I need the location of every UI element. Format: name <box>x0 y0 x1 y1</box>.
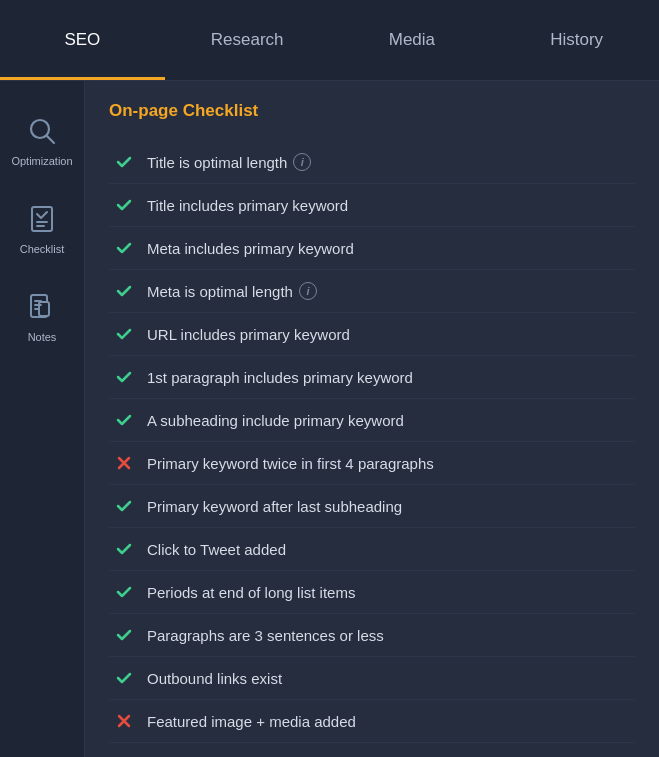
section-title: On-page Checklist <box>109 101 635 121</box>
checklist-item-text: Meta includes primary keyword <box>147 240 354 257</box>
info-icon[interactable]: i <box>299 282 317 300</box>
main-layout: Optimization Checklist <box>0 81 659 757</box>
check-pass-icon <box>113 194 135 216</box>
checklist-item-text: Outbound links exist <box>147 670 282 687</box>
nav-seo[interactable]: SEO <box>0 0 165 80</box>
nav-media[interactable]: Media <box>330 0 495 80</box>
check-pass-icon <box>113 151 135 173</box>
sidebar-notes-label: Notes <box>28 331 57 343</box>
checklist-item-url-keyword: URL includes primary keyword <box>109 313 635 356</box>
nav-media-label: Media <box>389 30 435 50</box>
sidebar-item-optimization[interactable]: Optimization <box>2 101 82 179</box>
checklist: Title is optimal lengthiTitle includes p… <box>109 141 635 757</box>
checklist-item-text: Click to Tweet added <box>147 541 286 558</box>
nav-research-label: Research <box>211 30 284 50</box>
sidebar: Optimization Checklist <box>0 81 85 757</box>
check-pass-icon <box>113 538 135 560</box>
checklist-item-no-images-para: No images within first/last 3 paragraphs <box>109 743 635 757</box>
checklist-item-text: A subheading include primary keyword <box>147 412 404 429</box>
checklist-item-text: Title includes primary keyword <box>147 197 348 214</box>
checklist-item-outbound-links: Outbound links exist <box>109 657 635 700</box>
sidebar-checklist-label: Checklist <box>20 243 65 255</box>
checklist-item-text: Title is optimal lengthi <box>147 153 311 171</box>
check-pass-icon <box>113 667 135 689</box>
nav-seo-label: SEO <box>64 30 100 50</box>
checklist-item-text: Primary keyword after last subheading <box>147 498 402 515</box>
svg-line-1 <box>47 136 54 143</box>
checklist-item-title-keyword: Title includes primary keyword <box>109 184 635 227</box>
checklist-item-text: Meta is optimal lengthi <box>147 282 317 300</box>
check-pass-icon <box>113 409 135 431</box>
sidebar-optimization-label: Optimization <box>11 155 72 167</box>
check-pass-icon <box>113 581 135 603</box>
checklist-item-text: URL includes primary keyword <box>147 326 350 343</box>
checklist-item-paragraphs-length: Paragraphs are 3 sentences or less <box>109 614 635 657</box>
checklist-item-text: Primary keyword twice in first 4 paragra… <box>147 455 434 472</box>
nav-research[interactable]: Research <box>165 0 330 80</box>
top-nav: SEO Research Media History <box>0 0 659 81</box>
check-fail-icon <box>113 710 135 732</box>
checklist-item-subheading-keyword: A subheading include primary keyword <box>109 399 635 442</box>
check-pass-icon <box>113 366 135 388</box>
info-icon[interactable]: i <box>293 153 311 171</box>
nav-history[interactable]: History <box>494 0 659 80</box>
checklist-item-text: Featured image + media added <box>147 713 356 730</box>
checklist-icon <box>24 201 60 237</box>
notes-icon <box>24 289 60 325</box>
content-area: On-page Checklist Title is optimal lengt… <box>85 81 659 757</box>
check-pass-icon <box>113 624 135 646</box>
optimization-icon <box>24 113 60 149</box>
check-pass-icon <box>113 280 135 302</box>
check-fail-icon <box>113 452 135 474</box>
sidebar-item-checklist[interactable]: Checklist <box>2 189 82 267</box>
svg-rect-2 <box>32 207 52 231</box>
sidebar-item-notes[interactable]: Notes <box>2 277 82 355</box>
checklist-item-keyword-after-subheading: Primary keyword after last subheading <box>109 485 635 528</box>
check-pass-icon <box>113 323 135 345</box>
check-pass-icon <box>113 495 135 517</box>
check-pass-icon <box>113 753 135 757</box>
checklist-item-periods-list: Periods at end of long list items <box>109 571 635 614</box>
checklist-item-keyword-twice: Primary keyword twice in first 4 paragra… <box>109 442 635 485</box>
checklist-item-text: Paragraphs are 3 sentences or less <box>147 627 384 644</box>
nav-history-label: History <box>550 30 603 50</box>
checklist-item-meta-length: Meta is optimal lengthi <box>109 270 635 313</box>
checklist-item-click-to-tweet: Click to Tweet added <box>109 528 635 571</box>
checklist-item-first-para-keyword: 1st paragraph includes primary keyword <box>109 356 635 399</box>
checklist-item-text: 1st paragraph includes primary keyword <box>147 369 413 386</box>
checklist-item-title-length: Title is optimal lengthi <box>109 141 635 184</box>
check-pass-icon <box>113 237 135 259</box>
checklist-item-featured-image: Featured image + media added <box>109 700 635 743</box>
checklist-item-text: Periods at end of long list items <box>147 584 355 601</box>
checklist-item-meta-keyword: Meta includes primary keyword <box>109 227 635 270</box>
